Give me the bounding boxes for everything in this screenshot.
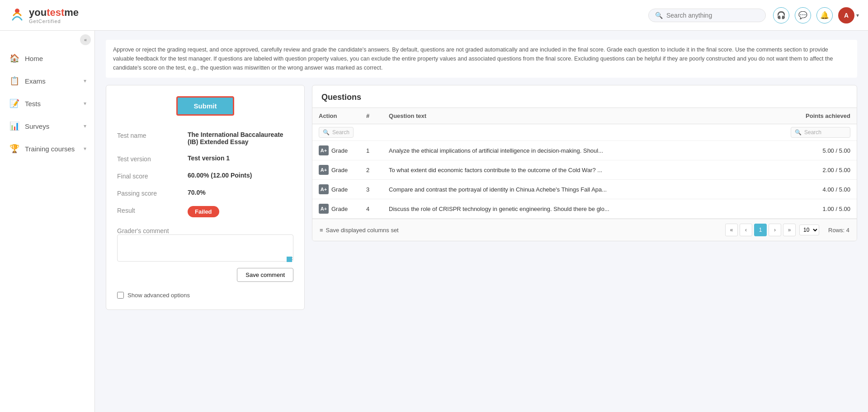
row2-number: 2 [360,160,382,180]
passing-score-value: 70.0% [188,189,206,196]
rows-per-page-select[interactable]: 10 25 50 [799,225,819,235]
test-name-row: Test name The International Baccalaureat… [117,126,293,150]
sidebar-item-exams-label: Exams [25,77,78,85]
final-score-row: Final score 60.00% (12.00 Points) [117,167,293,184]
grade-button-4[interactable]: A+ Grade [319,204,354,214]
row4-points: 1.00 / 5.00 [784,199,857,219]
sidebar-item-home[interactable]: 🏠 Home [0,47,94,70]
grade-icon-2: A+ [319,165,329,175]
grade-icon-3: A+ [319,184,329,194]
exams-icon: 📋 [9,76,19,86]
test-name-value: The International Baccalaureate (IB) Ext… [188,131,293,145]
grade-icon-4: A+ [319,204,329,214]
questions-panel: Questions Action # Question text Points … [312,85,857,241]
search-icon-action: 🔍 [323,129,330,136]
grade-button-2[interactable]: A+ Grade [319,165,354,175]
questions-title: Questions [312,85,857,108]
headset-icon-button[interactable]: 🎧 [773,7,789,23]
advanced-options-checkbox[interactable] [117,292,124,299]
avatar-dropdown[interactable]: A ▾ [838,7,859,23]
logo-icon [9,7,25,23]
avatar: A [838,7,854,23]
page-first-button[interactable]: « [725,224,738,236]
save-columns-button[interactable]: ≡ Save displayed columns set [320,227,399,234]
points-search-placeholder: Search [804,129,821,136]
exams-chevron-icon: ▾ [84,78,86,84]
col-points-achieved: Points achieved [784,108,857,124]
headset-icon: 🎧 [777,11,786,19]
points-search[interactable]: 🔍 Search [791,127,850,138]
action-search-cell: 🔍 Search [312,124,360,141]
page-last-button[interactable]: » [783,224,796,236]
chat-icon-button[interactable]: 💬 [795,7,811,23]
test-version-row: Test version Test version 1 [117,150,293,167]
logo-test: test [47,7,64,18]
row4-text: Discuss the role of CRISPR technology in… [382,199,784,219]
submit-button[interactable]: Submit [176,96,235,116]
number-search-cell [360,124,382,141]
sidebar-item-surveys[interactable]: 📊 Surveys ▾ [0,115,94,137]
bell-icon-button[interactable]: 🔔 [816,7,833,23]
sidebar-item-exams[interactable]: 📋 Exams ▾ [0,70,94,92]
row3-points: 4.00 / 5.00 [784,180,857,199]
sidebar-item-training-courses[interactable]: 🏆 Training courses ▾ [0,137,94,160]
row4-number: 4 [360,199,382,219]
grader-comment-textarea[interactable] [117,234,293,262]
row1-text: Analyze the ethical implications of arti… [382,141,784,160]
search-input[interactable] [666,12,759,19]
passing-score-label: Passing score [117,189,180,197]
pagination: « ‹ 1 › » [725,224,796,236]
result-label: Result [117,206,180,214]
action-search[interactable]: 🔍 Search [319,127,354,138]
search-box[interactable]: 🔍 [648,9,766,22]
page-next-button[interactable]: › [769,224,781,236]
test-version-label: Test version [117,154,180,163]
grade-label-4: Grade [331,206,348,212]
submit-btn-row: Submit [117,96,293,116]
row2-action: A+ Grade [312,160,360,180]
grade-button-1[interactable]: A+ Grade [319,145,354,155]
tests-chevron-icon: ▾ [84,100,86,107]
result-row: Result Failed [117,201,293,222]
save-comment-button[interactable]: Save comment [237,268,293,282]
row2-text: To what extent did economic factors cont… [382,160,784,180]
logo-name: youtestme [29,7,79,19]
save-columns-icon: ≡ [320,227,323,234]
tests-icon: 📝 [9,98,19,108]
surveys-chevron-icon: ▾ [84,123,86,129]
col-action: Action [312,108,360,124]
page-1-button[interactable]: 1 [754,224,767,236]
grade-label-2: Grade [331,167,348,173]
header-right: 🔍 🎧 💬 🔔 A ▾ [648,7,859,23]
row3-number: 3 [360,180,382,199]
table-row: A+ Grade 2 To what extent did economic f… [312,160,857,180]
final-score-value: 60.00% (12.00 Points) [188,172,252,179]
grade-button-3[interactable]: A+ Grade [319,184,354,194]
left-panel: Submit Test name The International Bacca… [106,85,305,310]
resize-handle[interactable] [287,257,292,262]
logo-sub: GetCertified [29,19,79,24]
grader-comment-label: Grader's comment [117,226,180,234]
row3-action: A+ Grade [312,180,360,199]
table-row: A+ Grade 4 Discuss the role of CRISPR te… [312,199,857,219]
surveys-icon: 📊 [9,121,19,131]
content-area: Approve or reject the grading request, a… [95,31,868,412]
questions-table: Action # Question text Points achieved 🔍… [312,108,857,219]
page-prev-button[interactable]: ‹ [740,224,752,236]
final-score-label: Final score [117,172,180,180]
sidebar-item-tests[interactable]: 📝 Tests ▾ [0,92,94,115]
sidebar-item-tests-label: Tests [25,100,78,108]
question-search-cell [382,124,784,141]
training-courses-chevron-icon: ▾ [84,145,86,152]
points-search-cell: 🔍 Search [784,124,857,141]
row1-points: 5.00 / 5.00 [784,141,857,160]
chat-icon: 💬 [798,11,807,19]
comment-area-wrapper [117,234,293,263]
col-question-text: Question text [382,108,784,124]
result-badge: Failed [188,206,219,217]
chevron-down-icon: ▾ [856,12,859,19]
table-header-row: Action # Question text Points achieved [312,108,857,124]
sidebar-collapse-button[interactable]: « [80,34,91,45]
training-courses-icon: 🏆 [9,144,19,154]
two-column-layout: Submit Test name The International Bacca… [106,85,857,310]
